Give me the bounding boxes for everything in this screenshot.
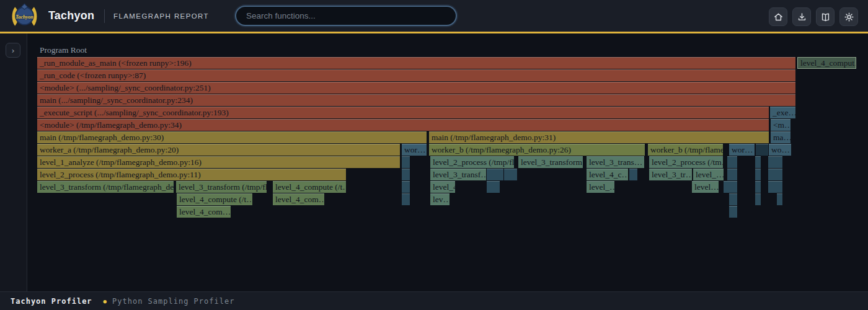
svg-text:Tachyon: Tachyon [16, 14, 33, 20]
flame-frame[interactable] [777, 181, 782, 193]
flame-frame[interactable]: level_2_process (/tm… [649, 156, 723, 168]
flame-frame[interactable]: level_2_process (/tmp/flamegraph_demo.py… [37, 169, 346, 180]
flame-frame[interactable]: lev… [430, 193, 450, 205]
flame-frame[interactable]: level_3_tr… [649, 169, 692, 180]
flame-frame[interactable]: worker_a (/tmp/flamegraph_demo.py:20) [37, 144, 400, 156]
flame-frame[interactable]: level_… [587, 181, 614, 193]
flame-frame[interactable]: _execute_script (.../sampling/_sync_coor… [37, 107, 769, 118]
flame-frame[interactable]: main (/tmp/flamegraph_demo.py:30) [37, 131, 427, 143]
header-actions [769, 7, 858, 26]
flame-frame[interactable] [402, 181, 410, 193]
app-header: Tachyon Tachyon FLAMEGRAPH REPORT [0, 0, 868, 33]
flame-frame[interactable] [724, 181, 737, 193]
theme-toggle-button[interactable] [839, 7, 858, 26]
search-input[interactable] [235, 6, 457, 26]
flame-frame[interactable]: wor… [402, 144, 427, 156]
flame-frame[interactable] [402, 156, 410, 168]
flame-frame[interactable] [768, 156, 782, 168]
status-dot-icon: ● [104, 298, 107, 304]
flame-frame[interactable]: level_4_compute (/t… [177, 193, 252, 205]
flame-frame[interactable]: level_4_compute (/t… [273, 181, 346, 193]
flame-frame[interactable]: wor… [729, 144, 755, 156]
flame-frame[interactable] [777, 193, 782, 205]
flame-frame[interactable]: ma… [771, 131, 790, 143]
docs-button[interactable] [816, 7, 835, 26]
download-button[interactable] [792, 7, 811, 26]
flame-frame[interactable] [629, 169, 637, 180]
flame-frame[interactable]: level_4_… [430, 181, 455, 193]
download-icon [797, 12, 807, 22]
flame-frame[interactable]: level_3_transform (/tmp/fl… [176, 181, 267, 193]
flame-frame[interactable]: main (/tmp/flamegraph_demo.py:31) [429, 131, 769, 143]
flame-frame[interactable]: <module> (.../sampling/_sync_coordinator… [37, 82, 795, 94]
flame-frame[interactable]: <m… [771, 119, 790, 131]
flame-frame[interactable]: wo… [769, 144, 791, 156]
flamegraph: Program Root _run_module_as_main (<froze… [0, 33, 868, 291]
flame-frame[interactable]: level_4_com… [177, 206, 231, 218]
report-type-label: FLAMEGRAPH REPORT [113, 12, 209, 20]
status-bar: Tachyon Profiler ● Python Sampling Profi… [0, 291, 868, 310]
flame-frame[interactable] [402, 169, 410, 180]
flame-frame[interactable]: level_3_transform (/tmp/flamegraph_dem… [37, 181, 174, 193]
flame-frame[interactable]: level_2_process (/tmp/fla… [430, 156, 514, 168]
flame-frame[interactable]: level_3_transform… [518, 156, 583, 168]
flame-frame[interactable] [755, 156, 761, 168]
flame-frame[interactable]: level_4_com… [273, 193, 324, 205]
status-app-name: Tachyon Profiler [11, 297, 92, 306]
flame-frame[interactable] [755, 181, 761, 193]
flame-frame[interactable]: _run_code (<frozen runpy>:87) [37, 69, 795, 81]
flame-frame[interactable] [768, 169, 782, 180]
flame-frame[interactable] [729, 193, 737, 205]
flame-frame[interactable] [755, 193, 761, 205]
flame-frame[interactable]: level… [692, 181, 719, 193]
flame-frame[interactable]: level_3_trans… [587, 156, 644, 168]
flame-frame[interactable] [727, 169, 737, 180]
flame-frame[interactable]: level_4_comput… [797, 57, 856, 69]
main-content: › Program Root _run_module_as_main (<fro… [0, 33, 868, 291]
flame-frame[interactable]: level_4_c… [587, 169, 628, 180]
flame-frame[interactable] [402, 193, 410, 205]
flame-frame[interactable] [755, 169, 761, 180]
flame-frame[interactable] [768, 181, 777, 193]
home-icon [773, 12, 784, 22]
header-divider [104, 9, 105, 23]
flame-frame[interactable] [727, 156, 737, 168]
flame-frame[interactable]: _exe… [770, 107, 795, 118]
flame-frame[interactable] [756, 144, 768, 156]
flame-frame[interactable]: worker_b (/tmp/flame… [648, 144, 723, 156]
flame-frame[interactable]: worker_b (/tmp/flamegraph_demo.py:26) [429, 144, 645, 156]
flame-frame[interactable]: _run_module_as_main (<frozen runpy>:196) [37, 57, 795, 69]
app-title: Tachyon [48, 9, 94, 22]
flamegraph-root-label: Program Root [40, 45, 87, 55]
flame-frame[interactable] [487, 181, 500, 193]
tachyon-logo-icon: Tachyon [11, 2, 38, 30]
flame-frame[interactable] [504, 169, 517, 180]
flame-frame[interactable]: <module> (/tmp/flamegraph_demo.py:34) [37, 119, 769, 131]
flame-frame[interactable] [487, 169, 503, 180]
flame-frame[interactable]: level_3_transf… [430, 169, 486, 180]
flame-frame[interactable]: level_1_analyze (/tmp/flamegraph_demo.py… [37, 156, 400, 168]
book-icon [820, 12, 831, 22]
flame-frame[interactable] [729, 206, 737, 218]
flame-frame[interactable]: main (.../sampling/_sync_coordinator.py:… [37, 94, 795, 106]
status-profiler-note: Python Sampling Profiler [112, 297, 234, 306]
sun-icon [844, 12, 854, 22]
search-container [235, 6, 457, 26]
home-button[interactable] [769, 7, 787, 26]
flame-frame[interactable]: level_… [693, 169, 724, 180]
